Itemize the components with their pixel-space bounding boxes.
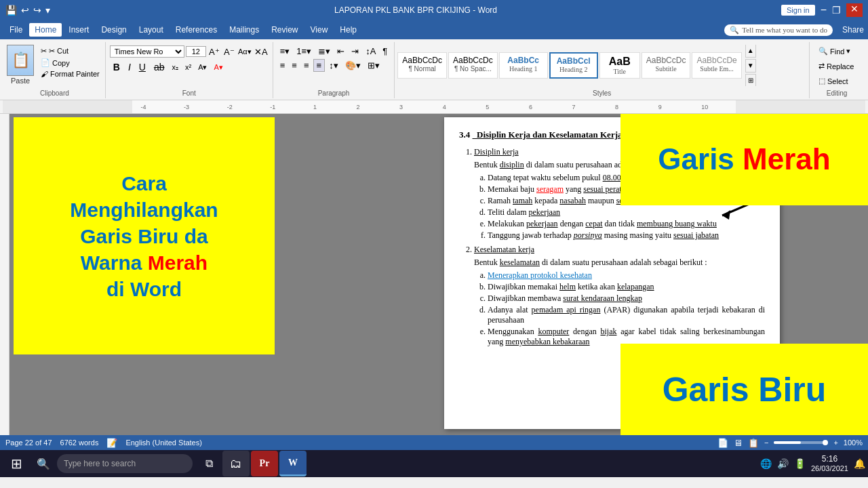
spell-check-icon[interactable]: 📝 [106,438,117,448]
tell-me-box[interactable]: 🔍 Tell me what you want to do [724,24,833,36]
menu-references[interactable]: References [170,23,222,37]
paste-button[interactable]: 📋 Paste [7,45,34,85]
view-mode-outline[interactable]: 📋 [748,438,759,448]
zoom-out-icon[interactable]: − [764,439,768,447]
font-group-label: Font [182,89,196,97]
menu-layout[interactable]: Layout [134,23,169,37]
notifications-icon[interactable]: 🔔 [854,458,865,469]
menu-review[interactable]: Review [266,23,303,37]
menu-help[interactable]: Help [334,23,362,37]
numbering-button[interactable]: 1≡▾ [294,45,314,58]
decrease-font-button[interactable]: A⁻ [222,45,236,58]
search-icon-taskbar[interactable]: 🔍 [31,451,56,476]
style-subtle-em[interactable]: AaBbCcDe Subtle Em... [692,52,741,79]
show-formatting-button[interactable]: ¶ [380,45,390,58]
decrease-indent-button[interactable]: ⇤ [334,45,347,58]
zoom-in-icon[interactable]: + [833,439,837,447]
menu-home[interactable]: Home [29,23,62,37]
underline-button[interactable]: U [136,60,149,75]
menu-mailings[interactable]: Mailings [224,23,264,37]
styles-scroll-up[interactable]: ▲ [745,45,756,58]
minimize-button[interactable]: − [821,4,827,16]
styles-group: AaBbCcDc ¶ Normal AaBbCcDc ¶ No Spac... … [395,42,810,98]
superscript-button[interactable]: x² [182,60,194,75]
taskbar-explorer[interactable]: 🗂 [222,451,250,476]
align-right-button[interactable]: ≡ [301,59,312,72]
ruler: -4 -3 -2 -1 1 2 3 4 5 6 7 8 9 10 [0,100,868,114]
select-button[interactable]: ⬚ Select [815,75,859,87]
share-button[interactable]: Share [842,25,864,35]
bullets-button[interactable]: ≡▾ [277,45,293,58]
justify-button[interactable]: ≡ [313,59,326,72]
redo-icon[interactable]: ↪ [33,5,41,16]
cut-icon: ✂ [41,47,47,56]
view-mode-web[interactable]: 🖥 [734,438,743,448]
style-title[interactable]: AaB Title [599,52,640,79]
battery-icon[interactable]: 🔋 [794,458,806,469]
menu-insert[interactable]: Insert [63,23,94,37]
increase-font-button[interactable]: A⁺ [208,45,221,58]
find-button[interactable]: 🔍 Find ▾ [815,45,859,58]
zoom-level[interactable]: 100% [844,439,863,447]
network-icon[interactable]: 🌐 [760,458,772,469]
subscript-button[interactable]: x₂ [169,60,181,75]
sort-button[interactable]: ↕A [363,45,378,58]
task-view-button[interactable]: ⧉ [197,451,221,476]
font-color-button[interactable]: A▾ [211,60,225,75]
undo-icon[interactable]: ↩ [21,5,29,16]
borders-button[interactable]: ⊞▾ [365,59,382,72]
line-spacing-button[interactable]: ↕▾ [326,59,341,72]
style-heading1[interactable]: AaBbCc Heading 1 [499,52,548,79]
view-mode-print[interactable]: 📄 [717,438,728,448]
section2-title: Keselamatan kerja [474,245,534,254]
styles-expand[interactable]: ⊞ [745,74,756,87]
replace-button[interactable]: ⇄ Replace [815,60,859,73]
multilevel-button[interactable]: ≣▾ [315,45,333,58]
close-button[interactable]: ✕ [846,3,863,17]
ribbon: 📋 Paste ✂ ✂ Cut 📄 Copy 🖌 Format Painter … [0,39,868,100]
style-normal[interactable]: AaBbCcDc ¶ Normal [397,52,447,79]
signin-button[interactable]: Sign in [781,5,815,16]
align-left-button[interactable]: ≡ [277,59,288,72]
word-count[interactable]: 6762 words [60,439,99,447]
cut-button[interactable]: ✂ ✂ Cut [39,46,101,56]
save-icon[interactable]: 💾 [5,5,17,16]
zoom-slider-container[interactable] [774,441,828,444]
shading-button[interactable]: 🎨▾ [342,59,363,72]
quick-access: 💾 ↩ ↪ ▾ [5,5,50,16]
search-bar[interactable]: Type here to search [57,454,193,473]
strikethrough-button[interactable]: ab [151,60,168,75]
language[interactable]: English (United States) [125,439,202,447]
style-no-spacing[interactable]: AaBbCcDc ¶ No Spac... [448,52,498,79]
list-item: Tanggung jawab terhadap porsinya masing … [488,230,765,241]
sound-icon[interactable]: 🔊 [777,458,789,469]
copy-icon: 📄 [41,58,50,67]
menu-view[interactable]: View [305,23,334,37]
page-info[interactable]: Page 22 of 47 [5,439,52,447]
menu-design[interactable]: Design [96,23,132,37]
italic-button[interactable]: I [125,60,134,75]
style-heading2[interactable]: AaBbCcl Heading 2 [549,52,598,79]
format-painter-icon: 🖌 [41,70,48,78]
font-size-input[interactable] [186,46,206,57]
taskbar-adobe-premiere[interactable]: Pr [251,451,278,476]
bold-button[interactable]: B [110,60,123,75]
increase-indent-button[interactable]: ⇥ [349,45,361,58]
case-button[interactable]: Aα▾ [237,45,252,58]
taskbar-word[interactable]: W [279,451,307,476]
copy-button[interactable]: 📄 Copy [39,58,101,68]
format-painter-button[interactable]: 🖌 Format Painter [39,69,101,79]
style-subtitle[interactable]: AaBbCcDc Subtitle [642,52,691,79]
styles-scroll-down[interactable]: ▼ [745,59,756,73]
align-center-button[interactable]: ≡ [289,59,300,72]
clock[interactable]: 5:16 26/03/2021 [811,454,848,473]
clear-formatting-button[interactable]: ✕A [254,45,269,58]
start-button[interactable]: ⊞ [3,451,30,476]
taskbar-right: 🌐 🔊 🔋 5:16 26/03/2021 🔔 [760,454,865,473]
menu-file[interactable]: File [4,23,28,37]
restore-button[interactable]: ❐ [832,5,841,16]
highlight-button[interactable]: A▾ [195,60,210,75]
font-name-selector[interactable]: Times New Ro [110,45,184,58]
font-group: Times New Ro A⁺ A⁻ Aα▾ ✕A B I U ab x₂ x²… [106,42,273,98]
customize-icon[interactable]: ▾ [45,5,50,16]
